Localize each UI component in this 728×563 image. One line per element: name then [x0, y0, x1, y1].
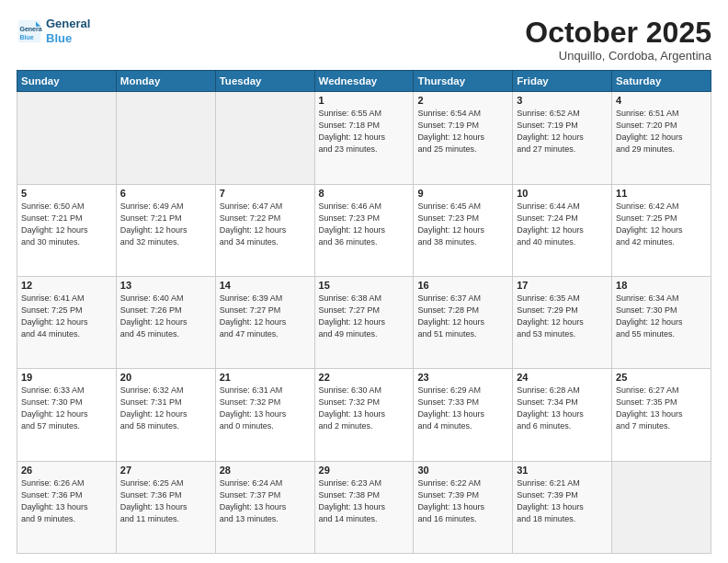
- calendar-cell: 2Sunrise: 6:54 AM Sunset: 7:19 PM Daylig…: [414, 92, 513, 184]
- day-info: Sunrise: 6:37 AM Sunset: 7:28 PM Dayligh…: [417, 293, 508, 340]
- page: General Blue General Blue October 2025 U…: [0, 0, 728, 563]
- day-number: 3: [517, 95, 608, 106]
- day-info: Sunrise: 6:54 AM Sunset: 7:19 PM Dayligh…: [417, 108, 508, 155]
- day-number: 28: [220, 465, 311, 476]
- day-number: 1: [319, 95, 410, 106]
- weekday-friday: Friday: [513, 71, 612, 92]
- calendar-cell: 29Sunrise: 6:23 AM Sunset: 7:38 PM Dayli…: [314, 461, 414, 553]
- day-info: Sunrise: 6:25 AM Sunset: 7:36 PM Dayligh…: [120, 477, 211, 525]
- day-number: 11: [616, 188, 707, 199]
- day-number: 4: [616, 95, 707, 106]
- day-info: Sunrise: 6:30 AM Sunset: 7:32 PM Dayligh…: [319, 385, 410, 432]
- calendar-cell: 12Sunrise: 6:41 AM Sunset: 7:25 PM Dayli…: [17, 276, 117, 368]
- calendar-cell: 28Sunrise: 6:24 AM Sunset: 7:37 PM Dayli…: [215, 461, 314, 553]
- day-number: 24: [517, 372, 608, 383]
- day-number: 29: [319, 465, 410, 476]
- calendar-cell: 26Sunrise: 6:26 AM Sunset: 7:36 PM Dayli…: [17, 461, 117, 553]
- calendar-cell: 25Sunrise: 6:27 AM Sunset: 7:35 PM Dayli…: [612, 369, 711, 461]
- day-info: Sunrise: 6:33 AM Sunset: 7:30 PM Dayligh…: [21, 385, 112, 432]
- day-number: 25: [616, 372, 707, 383]
- day-info: Sunrise: 6:21 AM Sunset: 7:39 PM Dayligh…: [517, 477, 608, 525]
- week-row-4: 19Sunrise: 6:33 AM Sunset: 7:30 PM Dayli…: [17, 369, 711, 461]
- day-info: Sunrise: 6:35 AM Sunset: 7:29 PM Dayligh…: [517, 293, 608, 340]
- day-info: Sunrise: 6:51 AM Sunset: 7:20 PM Dayligh…: [616, 108, 707, 155]
- weekday-tuesday: Tuesday: [215, 71, 314, 92]
- day-number: 19: [21, 372, 112, 383]
- logo-line1: General: [46, 17, 90, 30]
- day-info: Sunrise: 6:29 AM Sunset: 7:33 PM Dayligh…: [417, 385, 508, 432]
- day-info: Sunrise: 6:38 AM Sunset: 7:27 PM Dayligh…: [319, 293, 410, 340]
- svg-text:General: General: [20, 26, 43, 32]
- calendar-cell: [215, 92, 314, 184]
- day-number: 12: [21, 280, 112, 291]
- day-info: Sunrise: 6:23 AM Sunset: 7:38 PM Dayligh…: [319, 477, 410, 525]
- logo-icon: General Blue: [17, 18, 42, 44]
- weekday-saturday: Saturday: [612, 71, 711, 92]
- day-info: Sunrise: 6:50 AM Sunset: 7:21 PM Dayligh…: [21, 201, 112, 248]
- logo-line2: Blue: [46, 31, 72, 45]
- calendar-cell: 30Sunrise: 6:22 AM Sunset: 7:39 PM Dayli…: [414, 461, 513, 553]
- calendar-cell: 22Sunrise: 6:30 AM Sunset: 7:32 PM Dayli…: [314, 369, 414, 461]
- calendar-cell: 6Sunrise: 6:49 AM Sunset: 7:21 PM Daylig…: [116, 184, 215, 276]
- calendar-cell: 1Sunrise: 6:55 AM Sunset: 7:18 PM Daylig…: [314, 92, 414, 184]
- day-number: 7: [220, 188, 311, 199]
- calendar-cell: 18Sunrise: 6:34 AM Sunset: 7:30 PM Dayli…: [612, 276, 711, 368]
- calendar-cell: 8Sunrise: 6:46 AM Sunset: 7:23 PM Daylig…: [314, 184, 414, 276]
- day-info: Sunrise: 6:26 AM Sunset: 7:36 PM Dayligh…: [21, 477, 112, 525]
- day-number: 22: [319, 372, 410, 383]
- day-info: Sunrise: 6:39 AM Sunset: 7:27 PM Dayligh…: [220, 293, 311, 340]
- day-number: 13: [120, 280, 211, 291]
- calendar-cell: 16Sunrise: 6:37 AM Sunset: 7:28 PM Dayli…: [414, 276, 513, 368]
- day-info: Sunrise: 6:49 AM Sunset: 7:21 PM Dayligh…: [120, 201, 211, 248]
- calendar-cell: 21Sunrise: 6:31 AM Sunset: 7:32 PM Dayli…: [215, 369, 314, 461]
- day-info: Sunrise: 6:31 AM Sunset: 7:32 PM Dayligh…: [220, 385, 311, 432]
- day-number: 15: [319, 280, 410, 291]
- calendar-cell: [116, 92, 215, 184]
- calendar-cell: 19Sunrise: 6:33 AM Sunset: 7:30 PM Dayli…: [17, 369, 117, 461]
- week-row-2: 5Sunrise: 6:50 AM Sunset: 7:21 PM Daylig…: [17, 184, 711, 276]
- day-info: Sunrise: 6:55 AM Sunset: 7:18 PM Dayligh…: [319, 108, 410, 155]
- day-info: Sunrise: 6:41 AM Sunset: 7:25 PM Dayligh…: [21, 293, 112, 340]
- day-number: 16: [417, 280, 508, 291]
- day-info: Sunrise: 6:22 AM Sunset: 7:39 PM Dayligh…: [417, 477, 508, 525]
- calendar-cell: 17Sunrise: 6:35 AM Sunset: 7:29 PM Dayli…: [513, 276, 612, 368]
- day-number: 6: [120, 188, 211, 199]
- day-info: Sunrise: 6:24 AM Sunset: 7:37 PM Dayligh…: [220, 477, 311, 525]
- header-right: October 2025 Unquillo, Cordoba, Argentin…: [525, 17, 711, 63]
- calendar-cell: [612, 461, 711, 553]
- calendar-cell: 14Sunrise: 6:39 AM Sunset: 7:27 PM Dayli…: [215, 276, 314, 368]
- weekday-wednesday: Wednesday: [314, 71, 414, 92]
- day-number: 23: [417, 372, 508, 383]
- day-info: Sunrise: 6:40 AM Sunset: 7:26 PM Dayligh…: [120, 293, 211, 340]
- day-number: 2: [417, 95, 508, 106]
- weekday-sunday: Sunday: [17, 71, 117, 92]
- logo-text: General Blue: [46, 17, 90, 45]
- day-info: Sunrise: 6:27 AM Sunset: 7:35 PM Dayligh…: [616, 385, 707, 432]
- weekday-header-row: SundayMondayTuesdayWednesdayThursdayFrid…: [17, 71, 711, 92]
- calendar-cell: 11Sunrise: 6:42 AM Sunset: 7:25 PM Dayli…: [612, 184, 711, 276]
- calendar-cell: 23Sunrise: 6:29 AM Sunset: 7:33 PM Dayli…: [414, 369, 513, 461]
- week-row-3: 12Sunrise: 6:41 AM Sunset: 7:25 PM Dayli…: [17, 276, 711, 368]
- day-number: 9: [417, 188, 508, 199]
- day-info: Sunrise: 6:52 AM Sunset: 7:19 PM Dayligh…: [517, 108, 608, 155]
- day-number: 26: [21, 465, 112, 476]
- day-number: 31: [517, 465, 608, 476]
- calendar-cell: 24Sunrise: 6:28 AM Sunset: 7:34 PM Dayli…: [513, 369, 612, 461]
- calendar-cell: 9Sunrise: 6:45 AM Sunset: 7:23 PM Daylig…: [414, 184, 513, 276]
- weekday-monday: Monday: [116, 71, 215, 92]
- day-info: Sunrise: 6:42 AM Sunset: 7:25 PM Dayligh…: [616, 201, 707, 248]
- day-info: Sunrise: 6:44 AM Sunset: 7:24 PM Dayligh…: [517, 201, 608, 248]
- day-number: 20: [120, 372, 211, 383]
- day-number: 17: [517, 280, 608, 291]
- calendar-cell: [17, 92, 117, 184]
- calendar-cell: 7Sunrise: 6:47 AM Sunset: 7:22 PM Daylig…: [215, 184, 314, 276]
- day-info: Sunrise: 6:47 AM Sunset: 7:22 PM Dayligh…: [220, 201, 311, 248]
- day-number: 10: [517, 188, 608, 199]
- day-number: 27: [120, 465, 211, 476]
- calendar-cell: 31Sunrise: 6:21 AM Sunset: 7:39 PM Dayli…: [513, 461, 612, 553]
- logo: General Blue General Blue: [17, 17, 90, 45]
- day-info: Sunrise: 6:45 AM Sunset: 7:23 PM Dayligh…: [417, 201, 508, 248]
- week-row-1: 1Sunrise: 6:55 AM Sunset: 7:18 PM Daylig…: [17, 92, 711, 184]
- day-number: 30: [417, 465, 508, 476]
- day-info: Sunrise: 6:34 AM Sunset: 7:30 PM Dayligh…: [616, 293, 707, 340]
